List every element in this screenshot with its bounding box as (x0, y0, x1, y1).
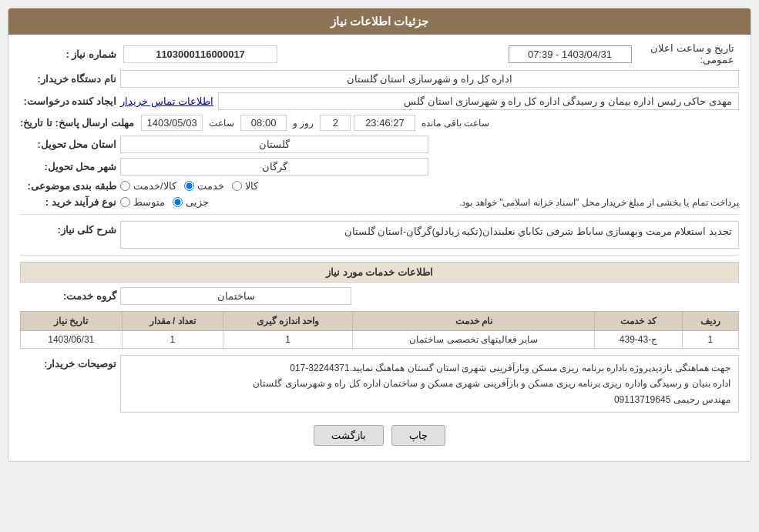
col-tarikh: تاریخ نیاز (21, 312, 123, 331)
ijad-konande-label: ایجاد کننده درخواست: (20, 95, 120, 107)
noe-farayand-text: پرداخت تمام یا بخشی از مبلغ خریدار محل "… (215, 197, 739, 208)
buttons-row: چاپ بازگشت (20, 425, 739, 453)
bazgasht-button[interactable]: بازگشت (314, 425, 384, 446)
ostan-value: گلستان (120, 136, 428, 153)
noe-jozii-option[interactable]: جزیی (173, 196, 209, 208)
shahr-label: شهر محل تحویل: (20, 161, 120, 172)
nam-dastgah-value: اداره کل راه و شهرسازی استان گلستان (120, 70, 739, 88)
tarikh-value: 1403/04/31 - 07:39 (509, 45, 632, 63)
ostan-label: استان محل تحویل: (20, 139, 120, 150)
nam-dastgah-label: نام دستگاه خریدار: (20, 73, 120, 85)
mohlat-label: مهلت ارسال پاسخ: تا تاریخ: (20, 117, 138, 129)
mohlat-baghimande-label: ساعت باقی مانده (418, 118, 492, 129)
group-label: گروه خدمت: (20, 290, 120, 302)
tarikh-label: تاریخ و ساعت اعلان عمومی: (635, 42, 740, 65)
mohlat-baghimande: 23:46:27 (354, 115, 415, 131)
mohlat-roz-label: روز و (290, 118, 317, 129)
mohlat-date: 1403/05/03 (141, 115, 203, 131)
col-tedad: تعداد / مقدار (122, 312, 223, 331)
tabaqe-radio-group: کالا/خدمت خدمت کالا (120, 180, 258, 192)
noe-farayand-radio-group: متوسط جزیی (120, 196, 209, 208)
tabaqe-kala-khadamat-option[interactable]: کالا/خدمت (120, 180, 176, 192)
tabaqe-khadamat-option[interactable]: خدمت (184, 180, 224, 192)
mohlat-saat: 08:00 (240, 115, 287, 131)
tabaqe-kala-option[interactable]: کالا (232, 180, 258, 192)
contact-link[interactable]: اطلاعات تماس خریدار (120, 95, 213, 107)
sharh-value: تجدید استعلام مرمت وبهسازی ساباط شرفی تک… (120, 221, 739, 249)
shmaare-niaz-label: شماره نیاز : (20, 49, 120, 60)
col-vahed: واحد اندازه گیری (223, 312, 352, 331)
sharh-label: شرح کلی نیاز: (20, 221, 120, 236)
mohlat-saat-label: ساعت (206, 118, 237, 129)
noe-motevaset-option[interactable]: متوسط (120, 196, 165, 208)
tosih-value: جهت هماهنگی بازدیدپروژه باداره برنامه ری… (120, 355, 739, 413)
tosih-label: توصیحات خریدار: (20, 355, 120, 370)
tabaqe-label: طبقه بندی موضوعی: (20, 180, 120, 192)
mohlat-roz: 2 (320, 115, 351, 131)
table-row: 1ج-43-439سایر فعالیتهای تخصصی ساختمان111… (21, 331, 739, 349)
page-header: جزئیات اطلاعات نیاز (8, 8, 751, 35)
khadamat-section-title: اطلاعات خدمات مورد نیاز (20, 262, 739, 283)
services-table: ردیف کد خدمت نام خدمت واحد اندازه گیری ت… (20, 311, 739, 349)
group-value: ساختمان (120, 287, 351, 305)
chap-button[interactable]: چاپ (391, 425, 445, 446)
col-kod: کد خدمت (595, 312, 682, 331)
col-radif: ردیف (682, 312, 738, 331)
col-nam: نام خدمت (353, 312, 595, 331)
ijad-konande-value: مهدی حاکی رئیس اداره بیمان و رسیدگی ادار… (218, 92, 739, 110)
noe-farayand-label: نوع فرآیند خرید : (20, 196, 120, 208)
shmaare-niaz-value: 1103000116000017 (123, 45, 277, 63)
shahr-value: گرگان (120, 158, 428, 176)
page-title: جزئیات اطلاعات نیاز (331, 15, 428, 28)
